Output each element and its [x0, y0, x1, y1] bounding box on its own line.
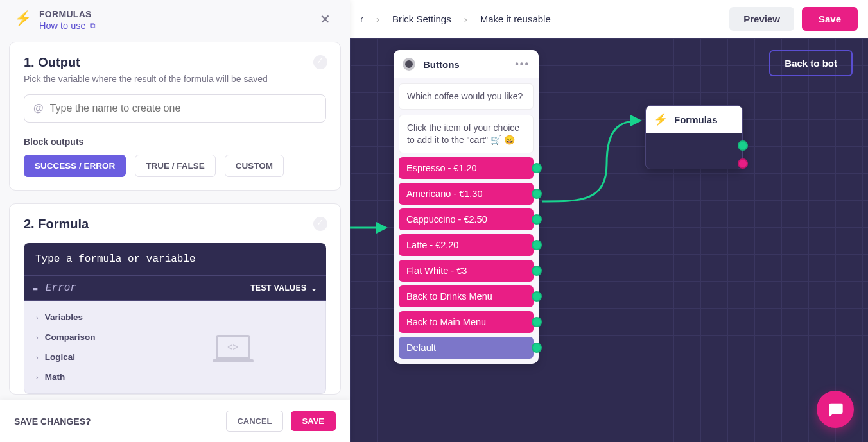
output-port[interactable]	[532, 189, 542, 199]
output-port[interactable]	[532, 291, 542, 302]
breadcrumb: r › Brick Settings › Make it reusable	[360, 13, 551, 24]
message-block[interactable]: Click the item of your choice to add it …	[399, 115, 534, 153]
chat-fab[interactable]	[817, 391, 854, 428]
category-math[interactable]: ›Math	[24, 367, 140, 387]
equals-icon: =	[33, 284, 38, 293]
flow-canvas[interactable]: Back to bot Buttons ••• Which coffee wou…	[350, 38, 868, 442]
section-subtitle: Pick the variable where the result of th…	[24, 74, 326, 84]
check-icon	[313, 217, 327, 231]
output-section: 1. Output Pick the variable where the re…	[9, 42, 341, 191]
test-values-toggle[interactable]: TEST VALUES ⌄	[250, 284, 317, 293]
category-logical[interactable]: ›Logical	[24, 347, 140, 367]
save-button[interactable]: Save	[802, 7, 858, 31]
at-icon: @	[33, 103, 44, 114]
output-port[interactable]	[532, 240, 542, 250]
formula-editor[interactable]: Type a formula or variable = Error TEST …	[24, 243, 326, 301]
output-pill-success-error[interactable]: SUCCESS / ERROR	[24, 155, 126, 177]
breadcrumb-item[interactable]: Make it reusable	[480, 13, 551, 24]
option-button[interactable]: Cappuccino - €2.50	[399, 208, 534, 230]
node-title: Buttons	[423, 59, 507, 70]
output-port[interactable]	[532, 343, 542, 353]
output-port[interactable]	[532, 317, 542, 327]
category-comparison[interactable]: ›Comparison	[24, 327, 140, 347]
output-port[interactable]	[532, 266, 542, 276]
option-default[interactable]: Default	[399, 337, 534, 359]
formula-categories: ›Variables ›Comparison ›Logical ›Math	[24, 301, 140, 393]
close-icon[interactable]: ✕	[315, 9, 336, 30]
chevron-right-icon: ›	[376, 13, 379, 24]
output-port[interactable]	[532, 163, 542, 173]
option-button[interactable]: Back to Main Menu	[399, 311, 534, 333]
block-outputs-label: Block outputs	[24, 137, 326, 147]
output-pill-custom[interactable]: CUSTOM	[225, 155, 284, 177]
save-button[interactable]: SAVE	[291, 411, 336, 431]
chevron-right-icon: ›	[36, 373, 39, 381]
formula-preview: <>	[140, 301, 326, 393]
laptop-icon: <>	[216, 335, 250, 359]
output-port[interactable]	[532, 214, 542, 225]
preview-button[interactable]: Preview	[729, 7, 794, 31]
bolt-icon: ⚡	[14, 10, 31, 27]
output-port-error[interactable]	[738, 158, 748, 169]
node-title: Formulas	[674, 114, 718, 125]
chevron-right-icon: ›	[36, 334, 39, 341]
chevron-down-icon: ⌄	[311, 284, 318, 293]
node-type-icon	[403, 58, 415, 71]
formula-placeholder[interactable]: Type a formula or variable	[24, 243, 326, 276]
formulas-panel: ⚡ FORMULAS How to use ⧉ ✕ 1. Output Pick…	[0, 0, 350, 442]
panel-footer: SAVE CHANGES? CANCEL SAVE	[0, 400, 350, 442]
variable-input-wrap[interactable]: @	[24, 94, 326, 123]
external-link-icon: ⧉	[90, 21, 96, 30]
panel-title: FORMULAS	[39, 9, 307, 19]
section-heading: 1. Output	[24, 55, 326, 70]
check-icon	[313, 55, 327, 69]
save-changes-label: SAVE CHANGES?	[14, 416, 218, 427]
node-buttons[interactable]: Buttons ••• Which coffee would you like?…	[394, 50, 539, 364]
category-variables[interactable]: ›Variables	[24, 307, 140, 327]
top-bar: r › Brick Settings › Make it reusable Pr…	[350, 0, 868, 38]
chevron-right-icon: ›	[36, 314, 39, 321]
node-menu-icon[interactable]: •••	[515, 58, 530, 70]
variable-name-input[interactable]	[50, 103, 317, 114]
option-button[interactable]: Flat White - €3	[399, 260, 534, 282]
output-port-success[interactable]	[738, 140, 748, 151]
chat-icon	[826, 400, 844, 418]
message-block[interactable]: Which coffee would you like?	[399, 83, 534, 110]
option-button[interactable]: Americano - €1.30	[399, 183, 534, 205]
how-to-use-link[interactable]: How to use ⧉	[39, 21, 96, 31]
bolt-icon: ⚡	[654, 112, 668, 126]
breadcrumb-item[interactable]: Brick Settings	[392, 13, 451, 24]
node-formulas[interactable]: ⚡ Formulas	[645, 105, 743, 169]
chevron-right-icon: ›	[464, 13, 467, 24]
back-to-bot-button[interactable]: Back to bot	[769, 50, 853, 76]
option-button[interactable]: Espresso - €1.20	[399, 157, 534, 179]
option-button[interactable]: Back to Drinks Menu	[399, 285, 534, 307]
output-pill-true-false[interactable]: TRUE / FALSE	[135, 155, 216, 177]
formula-result: Error	[46, 282, 243, 294]
option-button[interactable]: Latte - €2.20	[399, 234, 534, 256]
formula-section: 2. Formula Type a formula or variable = …	[9, 203, 341, 395]
cancel-button[interactable]: CANCEL	[226, 411, 282, 432]
chevron-right-icon: ›	[36, 353, 39, 361]
section-heading: 2. Formula	[24, 217, 326, 232]
breadcrumb-item[interactable]: r	[360, 13, 363, 24]
